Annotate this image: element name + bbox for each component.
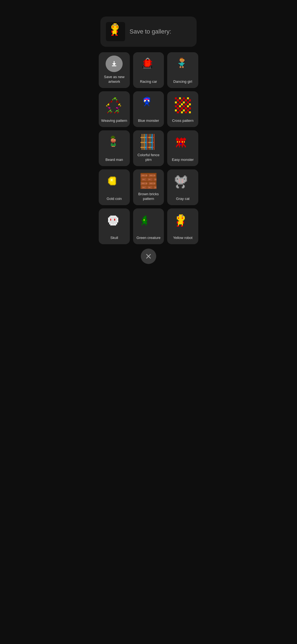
blue-monster-item[interactable]: Blue monster	[133, 91, 164, 127]
close-icon	[145, 253, 152, 260]
easy-monster-label: Easy monster	[172, 158, 194, 162]
beard-man-label: Beard man	[106, 158, 123, 162]
save-new-artwork-item[interactable]: Save as new artwork	[99, 52, 130, 88]
header: Save to gallery:	[95, 0, 202, 52]
artwork-grid: Save as new artwork Racing car Dancing g…	[95, 52, 202, 244]
blue-monster-icon	[139, 95, 158, 116]
brown-bricks-item[interactable]: Brown bricks pattern	[133, 169, 164, 205]
green-creature-icon	[139, 212, 158, 233]
gallery-thumbnail	[106, 22, 125, 41]
brown-bricks-icon	[139, 173, 158, 189]
beard-man-item[interactable]: Beard man	[99, 130, 130, 166]
skull-label: Skull	[110, 236, 118, 240]
colorful-fence-label: Colorful fence ptrn	[135, 153, 162, 162]
green-creature-label: Green creature	[136, 236, 160, 240]
download-icon	[110, 59, 119, 68]
weaving-pattern-icon	[105, 95, 124, 116]
close-button-container	[95, 249, 202, 264]
blue-monster-label: Blue monster	[138, 119, 159, 123]
gray-cat-label: Gray cat	[176, 197, 189, 201]
save-to-gallery-title: Save to gallery:	[130, 28, 171, 35]
cross-pattern-icon	[173, 95, 193, 116]
colorful-fence-icon	[139, 134, 158, 150]
dancing-girl-label: Dancing girl	[173, 79, 192, 84]
gold-coin-icon	[105, 173, 124, 194]
gold-coin-item[interactable]: Gold coin	[99, 169, 130, 205]
yellow-robot-label: Yellow robot	[173, 236, 192, 240]
yellow-robot-item[interactable]: Yellow robot	[167, 208, 198, 244]
racing-car-item[interactable]: Racing car	[133, 52, 164, 88]
weaving-pattern-label: Weaving pattern	[101, 119, 127, 123]
dancing-girl-icon	[173, 56, 193, 77]
racing-car-label: Racing car	[140, 79, 157, 84]
gray-cat-icon	[173, 173, 193, 194]
dancing-girl-item[interactable]: Dancing girl	[167, 52, 198, 88]
easy-monster-item[interactable]: Easy monster	[167, 130, 198, 166]
save-to-gallery-card: Save to gallery:	[100, 16, 197, 47]
skull-icon	[105, 212, 124, 233]
brown-bricks-label: Brown bricks pattern	[135, 192, 162, 201]
cross-pattern-label: Cross pattern	[172, 119, 194, 123]
save-new-icon	[106, 56, 123, 72]
close-button[interactable]	[141, 249, 156, 264]
racing-car-icon	[139, 56, 158, 77]
beard-man-icon	[105, 134, 124, 155]
cross-pattern-item[interactable]: Cross pattern	[167, 91, 198, 127]
colorful-fence-item[interactable]: Colorful fence ptrn	[133, 130, 164, 166]
gray-cat-item[interactable]: Gray cat	[167, 169, 198, 205]
yellow-robot-icon	[173, 212, 193, 233]
save-new-label: Save as new artwork	[101, 75, 128, 84]
skull-item[interactable]: Skull	[99, 208, 130, 244]
weaving-pattern-item[interactable]: Weaving pattern	[99, 91, 130, 127]
green-creature-item[interactable]: Green creature	[133, 208, 164, 244]
easy-monster-icon	[173, 134, 193, 155]
svg-marker-2	[112, 63, 116, 65]
gold-coin-label: Gold coin	[107, 197, 122, 201]
svg-rect-0	[112, 65, 116, 66]
